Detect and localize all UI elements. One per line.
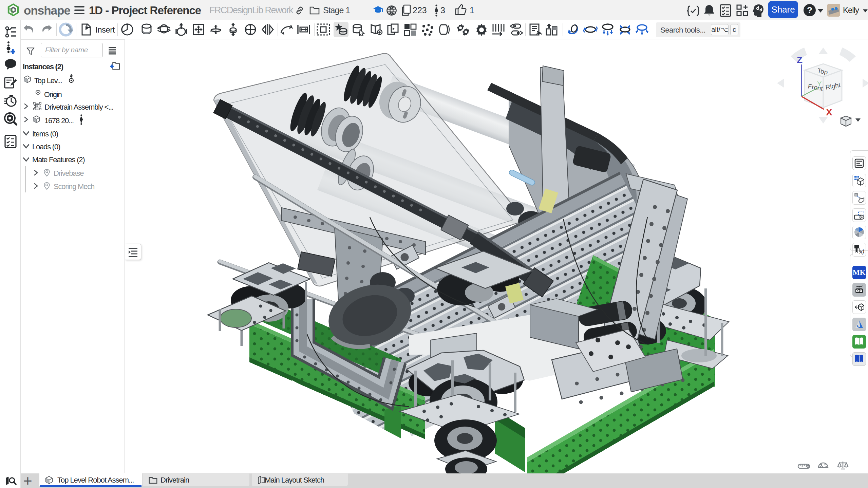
- svg-text:x): x): [859, 248, 864, 255]
- svg-text:Y: Y: [817, 80, 822, 88]
- svg-text:?: ?: [807, 5, 812, 15]
- svg-text:Z: Z: [797, 55, 803, 65]
- svg-text:X: X: [826, 107, 832, 117]
